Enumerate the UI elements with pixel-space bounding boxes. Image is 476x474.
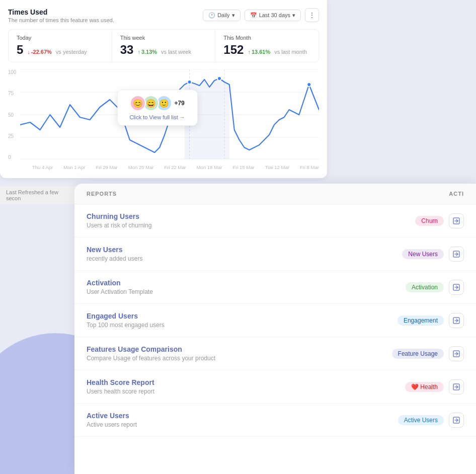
stat-week-vs: vs last week — [161, 49, 191, 55]
report-info-features-usage: Features Usage Comparison Compare Usage … — [87, 345, 392, 362]
report-name-churning-users: Churning Users — [87, 212, 415, 220]
x-axis-labels: Thu 4 Apr Mon 1 Apr Fri 29 Mar Mon 25 Ma… — [20, 163, 319, 170]
report-tag-activation: Activation — [406, 282, 444, 292]
stat-today-change: ↓ -22.67% — [27, 49, 51, 55]
reports-section-title: REPORTS — [87, 191, 117, 197]
stat-today-label: Today — [17, 35, 104, 41]
arrow-up-icon: ↑ — [137, 49, 140, 55]
reports-header: REPORTS ACTI — [74, 184, 476, 204]
report-info-new-users: New Users recently added users — [87, 246, 402, 262]
report-action-health-score[interactable] — [449, 379, 464, 394]
report-action-activation[interactable] — [449, 280, 464, 295]
chart-controls: 🕐 Daily ▾ 📅 Last 30 days ▾ ⋮ — [203, 8, 319, 22]
stat-week-value: 33 — [120, 43, 134, 57]
chart-title-area: Times Used The number of times this feat… — [8, 8, 114, 23]
refresh-label: Last Refreshed a few secon — [6, 189, 58, 201]
reports-actions-label: ACTI — [449, 191, 464, 197]
export-icon — [453, 284, 460, 291]
report-desc-health-score: Users health score report — [87, 388, 405, 395]
report-desc-active-users: Active users report — [87, 421, 398, 428]
stats-row: Today 5 ↓ -22.67% vs yesterday This week… — [8, 29, 319, 62]
stat-month-change: ↑ 13.61% — [248, 49, 270, 55]
report-action-new-users[interactable] — [449, 247, 464, 262]
line-chart-area: 100 75 50 25 0 — [8, 69, 319, 170]
report-name-features-usage: Features Usage Comparison — [87, 345, 392, 353]
stat-today: Today 5 ↓ -22.67% vs yesterday — [9, 30, 112, 62]
stat-month-label: This Month — [223, 35, 310, 41]
y-axis-labels: 100 75 50 25 0 — [8, 69, 17, 170]
report-right-health-score: ❤️ Health — [405, 379, 464, 394]
export-icon — [453, 251, 460, 258]
arrow-down-icon: ↓ — [27, 49, 30, 55]
report-item-active-users[interactable]: Active Users Active users report Active … — [74, 404, 476, 437]
export-icon — [453, 350, 460, 357]
report-item-health-score[interactable]: Health Score Report Users health score r… — [74, 370, 476, 404]
reports-panel: REPORTS ACTI Churning Users Users at ris… — [74, 184, 476, 474]
avatar-count: +79 — [174, 100, 184, 107]
export-icon — [453, 383, 460, 390]
report-tag-features-usage: Feature Usage — [392, 349, 444, 359]
export-icon — [453, 217, 460, 224]
report-name-health-score: Health Score Report — [87, 378, 405, 386]
daily-button[interactable]: 🕐 Daily ▾ — [203, 10, 240, 21]
report-desc-engaged-users: Top 100 most engaged users — [87, 322, 398, 329]
chart-tooltip: 😊 😄 🙂 +79 Click to View full list → — [117, 90, 198, 126]
chart-subtitle: The number of times this feature was use… — [8, 17, 114, 23]
arrow-up-icon-2: ↑ — [248, 49, 251, 55]
report-desc-churning-users: Users at risk of churning — [87, 222, 415, 229]
chevron-down-icon-2: ▾ — [292, 12, 295, 19]
report-tag-health-score: ❤️ Health — [405, 382, 444, 392]
report-item-engaged-users[interactable]: Engaged Users Top 100 most engaged users… — [74, 304, 476, 337]
report-tag-active-users: Active Users — [398, 415, 444, 425]
report-desc-activation: User Activation Template — [87, 288, 406, 295]
export-icon — [453, 417, 460, 424]
report-action-active-users[interactable] — [449, 413, 464, 428]
stat-week: This week 33 ↑ 3.13% vs last week — [112, 30, 216, 62]
report-list: Churning Users Users at risk of churning… — [74, 204, 476, 469]
svg-point-9 — [188, 80, 192, 84]
report-desc-features-usage: Compare Usage of features across your pr… — [87, 355, 392, 362]
report-name-activation: Activation — [87, 279, 406, 287]
report-info-activation: Activation User Activation Template — [87, 279, 406, 295]
stat-week-change: ↑ 3.13% — [137, 49, 157, 55]
stat-today-vs: vs yesterday — [56, 49, 87, 55]
chart-card: Times Used The number of times this feat… — [0, 0, 327, 178]
range-button[interactable]: 📅 Last 30 days ▾ — [245, 10, 301, 21]
report-item-churning-users[interactable]: Churning Users Users at risk of churning… — [74, 204, 476, 238]
report-desc-new-users: recently added users — [87, 255, 402, 262]
report-tag-new-users: New Users — [402, 249, 444, 259]
report-right-churning-users: Churn — [415, 213, 464, 228]
chart-title: Times Used — [8, 8, 114, 16]
report-action-churning-users[interactable] — [449, 213, 464, 228]
report-name-engaged-users: Engaged Users — [87, 312, 398, 320]
more-options-button[interactable]: ⋮ — [305, 8, 319, 22]
report-item-activation[interactable]: Activation User Activation Template Acti… — [74, 271, 476, 304]
chevron-down-icon: ▾ — [232, 12, 235, 19]
report-right-activation: Activation — [406, 280, 464, 295]
report-action-features-usage[interactable] — [449, 346, 464, 361]
avatar-1: 😊 — [130, 95, 146, 111]
calendar-icon: 📅 — [250, 12, 257, 19]
view-full-list-link[interactable]: Click to View full list → — [125, 114, 190, 120]
svg-point-10 — [307, 83, 311, 87]
report-right-new-users: New Users — [402, 247, 464, 262]
report-info-active-users: Active Users Active users report — [87, 412, 398, 428]
chart-header: Times Used The number of times this feat… — [8, 8, 319, 23]
report-item-new-users[interactable]: New Users recently added users New Users — [74, 238, 476, 271]
report-item-features-usage[interactable]: Features Usage Comparison Compare Usage … — [74, 337, 476, 370]
report-right-active-users: Active Users — [398, 413, 464, 428]
report-right-engaged-users: Engagement — [398, 313, 464, 328]
report-action-engaged-users[interactable] — [449, 313, 464, 328]
report-right-features-usage: Feature Usage — [392, 346, 464, 361]
report-name-new-users: New Users — [87, 246, 402, 254]
report-tag-churning-users: Churn — [415, 216, 444, 226]
report-name-active-users: Active Users — [87, 412, 398, 420]
refresh-bar: Last Refreshed a few secon — [0, 186, 81, 204]
tooltip-avatars: 😊 😄 🙂 +79 — [125, 95, 190, 111]
stat-month: This Month 152 ↑ 13.61% vs last month — [215, 30, 319, 62]
export-icon — [453, 317, 460, 324]
report-info-churning-users: Churning Users Users at risk of churning — [87, 212, 415, 229]
report-info-health-score: Health Score Report Users health score r… — [87, 378, 405, 395]
svg-point-8 — [217, 76, 221, 81]
stat-today-value: 5 — [17, 43, 23, 57]
